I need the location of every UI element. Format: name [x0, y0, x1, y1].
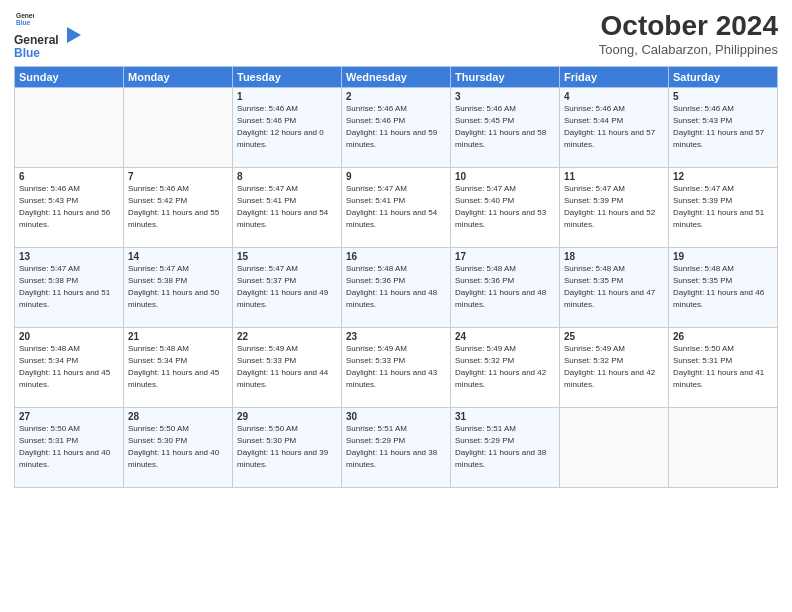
day-number: 31 — [455, 411, 555, 422]
calendar-cell: 31Sunrise: 5:51 AMSunset: 5:29 PMDayligh… — [451, 408, 560, 488]
day-info: Sunrise: 5:47 AMSunset: 5:37 PMDaylight:… — [237, 263, 337, 311]
calendar-cell: 24Sunrise: 5:49 AMSunset: 5:32 PMDayligh… — [451, 328, 560, 408]
header-tuesday: Tuesday — [233, 67, 342, 88]
day-number: 30 — [346, 411, 446, 422]
calendar-title: October 2024 — [599, 10, 778, 42]
day-number: 25 — [564, 331, 664, 342]
day-number: 7 — [128, 171, 228, 182]
calendar-cell: 8Sunrise: 5:47 AMSunset: 5:41 PMDaylight… — [233, 168, 342, 248]
title-block: October 2024 Toong, Calabarzon, Philippi… — [599, 10, 778, 57]
logo-line2: Blue — [14, 47, 59, 60]
calendar-cell: 28Sunrise: 5:50 AMSunset: 5:30 PMDayligh… — [124, 408, 233, 488]
day-number: 28 — [128, 411, 228, 422]
day-number: 13 — [19, 251, 119, 262]
day-number: 21 — [128, 331, 228, 342]
header-friday: Friday — [560, 67, 669, 88]
day-info: Sunrise: 5:46 AMSunset: 5:44 PMDaylight:… — [564, 103, 664, 151]
day-info: Sunrise: 5:51 AMSunset: 5:29 PMDaylight:… — [346, 423, 446, 471]
day-info: Sunrise: 5:50 AMSunset: 5:31 PMDaylight:… — [673, 343, 773, 391]
svg-marker-3 — [67, 27, 81, 43]
svg-text:Blue: Blue — [16, 19, 31, 26]
day-info: Sunrise: 5:46 AMSunset: 5:43 PMDaylight:… — [19, 183, 119, 231]
calendar-cell — [560, 408, 669, 488]
calendar-table: Sunday Monday Tuesday Wednesday Thursday… — [14, 66, 778, 488]
day-number: 22 — [237, 331, 337, 342]
day-info: Sunrise: 5:48 AMSunset: 5:35 PMDaylight:… — [673, 263, 773, 311]
calendar-cell: 14Sunrise: 5:47 AMSunset: 5:38 PMDayligh… — [124, 248, 233, 328]
day-number: 16 — [346, 251, 446, 262]
calendar-cell: 1Sunrise: 5:46 AMSunset: 5:46 PMDaylight… — [233, 88, 342, 168]
day-number: 4 — [564, 91, 664, 102]
week-row-1: 1Sunrise: 5:46 AMSunset: 5:46 PMDaylight… — [15, 88, 778, 168]
header-wednesday: Wednesday — [342, 67, 451, 88]
calendar-cell: 27Sunrise: 5:50 AMSunset: 5:31 PMDayligh… — [15, 408, 124, 488]
day-number: 9 — [346, 171, 446, 182]
calendar-cell: 13Sunrise: 5:47 AMSunset: 5:38 PMDayligh… — [15, 248, 124, 328]
week-row-2: 6Sunrise: 5:46 AMSunset: 5:43 PMDaylight… — [15, 168, 778, 248]
calendar-cell: 22Sunrise: 5:49 AMSunset: 5:33 PMDayligh… — [233, 328, 342, 408]
calendar-cell: 9Sunrise: 5:47 AMSunset: 5:41 PMDaylight… — [342, 168, 451, 248]
day-info: Sunrise: 5:49 AMSunset: 5:33 PMDaylight:… — [237, 343, 337, 391]
calendar-cell: 16Sunrise: 5:48 AMSunset: 5:36 PMDayligh… — [342, 248, 451, 328]
day-number: 2 — [346, 91, 446, 102]
day-info: Sunrise: 5:49 AMSunset: 5:33 PMDaylight:… — [346, 343, 446, 391]
day-info: Sunrise: 5:47 AMSunset: 5:41 PMDaylight:… — [237, 183, 337, 231]
week-row-4: 20Sunrise: 5:48 AMSunset: 5:34 PMDayligh… — [15, 328, 778, 408]
calendar-cell: 19Sunrise: 5:48 AMSunset: 5:35 PMDayligh… — [669, 248, 778, 328]
calendar-cell: 18Sunrise: 5:48 AMSunset: 5:35 PMDayligh… — [560, 248, 669, 328]
day-number: 8 — [237, 171, 337, 182]
calendar-cell — [15, 88, 124, 168]
day-number: 23 — [346, 331, 446, 342]
day-info: Sunrise: 5:50 AMSunset: 5:30 PMDaylight:… — [237, 423, 337, 471]
day-number: 26 — [673, 331, 773, 342]
day-info: Sunrise: 5:49 AMSunset: 5:32 PMDaylight:… — [564, 343, 664, 391]
calendar-cell: 30Sunrise: 5:51 AMSunset: 5:29 PMDayligh… — [342, 408, 451, 488]
calendar-cell: 2Sunrise: 5:46 AMSunset: 5:46 PMDaylight… — [342, 88, 451, 168]
calendar-cell: 5Sunrise: 5:46 AMSunset: 5:43 PMDaylight… — [669, 88, 778, 168]
calendar-cell: 12Sunrise: 5:47 AMSunset: 5:39 PMDayligh… — [669, 168, 778, 248]
day-info: Sunrise: 5:48 AMSunset: 5:35 PMDaylight:… — [564, 263, 664, 311]
day-info: Sunrise: 5:46 AMSunset: 5:42 PMDaylight:… — [128, 183, 228, 231]
day-number: 10 — [455, 171, 555, 182]
calendar-cell: 6Sunrise: 5:46 AMSunset: 5:43 PMDaylight… — [15, 168, 124, 248]
calendar-cell: 11Sunrise: 5:47 AMSunset: 5:39 PMDayligh… — [560, 168, 669, 248]
day-number: 5 — [673, 91, 773, 102]
calendar-cell: 10Sunrise: 5:47 AMSunset: 5:40 PMDayligh… — [451, 168, 560, 248]
header-monday: Monday — [124, 67, 233, 88]
calendar-container: General Blue General Blue October 2024 T… — [0, 0, 792, 612]
day-number: 27 — [19, 411, 119, 422]
day-info: Sunrise: 5:47 AMSunset: 5:39 PMDaylight:… — [673, 183, 773, 231]
header-thursday: Thursday — [451, 67, 560, 88]
calendar-cell: 20Sunrise: 5:48 AMSunset: 5:34 PMDayligh… — [15, 328, 124, 408]
calendar-cell: 26Sunrise: 5:50 AMSunset: 5:31 PMDayligh… — [669, 328, 778, 408]
day-info: Sunrise: 5:47 AMSunset: 5:41 PMDaylight:… — [346, 183, 446, 231]
calendar-cell: 4Sunrise: 5:46 AMSunset: 5:44 PMDaylight… — [560, 88, 669, 168]
calendar-cell: 3Sunrise: 5:46 AMSunset: 5:45 PMDaylight… — [451, 88, 560, 168]
calendar-cell: 17Sunrise: 5:48 AMSunset: 5:36 PMDayligh… — [451, 248, 560, 328]
day-info: Sunrise: 5:46 AMSunset: 5:46 PMDaylight:… — [237, 103, 337, 151]
calendar-body: 1Sunrise: 5:46 AMSunset: 5:46 PMDaylight… — [15, 88, 778, 488]
day-info: Sunrise: 5:46 AMSunset: 5:45 PMDaylight:… — [455, 103, 555, 151]
day-number: 3 — [455, 91, 555, 102]
day-number: 12 — [673, 171, 773, 182]
logo: General Blue General Blue — [14, 10, 85, 60]
day-info: Sunrise: 5:46 AMSunset: 5:46 PMDaylight:… — [346, 103, 446, 151]
day-number: 29 — [237, 411, 337, 422]
header-row: Sunday Monday Tuesday Wednesday Thursday… — [15, 67, 778, 88]
day-number: 24 — [455, 331, 555, 342]
day-info: Sunrise: 5:47 AMSunset: 5:38 PMDaylight:… — [128, 263, 228, 311]
day-number: 15 — [237, 251, 337, 262]
calendar-cell — [124, 88, 233, 168]
header: General Blue General Blue October 2024 T… — [14, 10, 778, 60]
day-number: 6 — [19, 171, 119, 182]
day-info: Sunrise: 5:48 AMSunset: 5:36 PMDaylight:… — [346, 263, 446, 311]
day-info: Sunrise: 5:47 AMSunset: 5:38 PMDaylight:… — [19, 263, 119, 311]
day-info: Sunrise: 5:48 AMSunset: 5:34 PMDaylight:… — [128, 343, 228, 391]
day-number: 1 — [237, 91, 337, 102]
header-sunday: Sunday — [15, 67, 124, 88]
logo-arrow-icon — [63, 24, 85, 46]
logo-icon: General Blue — [16, 10, 34, 28]
day-number: 20 — [19, 331, 119, 342]
calendar-subtitle: Toong, Calabarzon, Philippines — [599, 42, 778, 57]
day-info: Sunrise: 5:48 AMSunset: 5:34 PMDaylight:… — [19, 343, 119, 391]
